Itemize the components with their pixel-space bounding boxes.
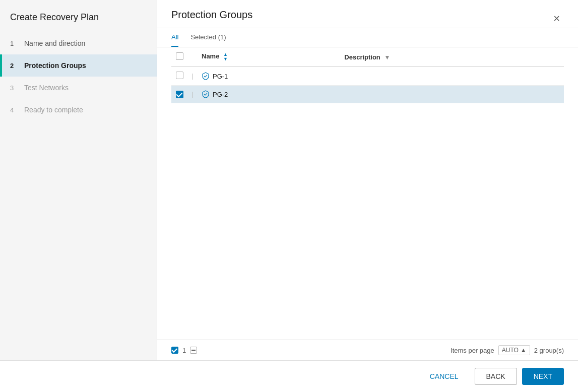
sort-icons-name[interactable]: ▲ ▼ [223, 52, 228, 61]
dialog-body: Create Recovery Plan 1 Name and directio… [0, 0, 578, 360]
cancel-button[interactable]: CANCEL [419, 368, 470, 384]
step-number-3: 3 [10, 84, 19, 92]
section-title: Protection Groups [171, 9, 252, 28]
row-name-1: PG-1 [198, 67, 340, 86]
sidebar-step-4[interactable]: 4 Ready to complete [0, 99, 157, 121]
row-description-2 [340, 86, 564, 103]
tab-selected[interactable]: Selected (1) [190, 28, 226, 47]
items-per-page-label: Items per page [451, 347, 494, 354]
footer-selected-count: 1 [182, 347, 186, 354]
items-per-page-value: AUTO [502, 347, 519, 354]
step-label-1: Name and direction [24, 39, 85, 47]
row-checkbox-cell-1 [171, 67, 187, 86]
chevron-up-icon: ▲ [521, 347, 527, 354]
table-row: | PG-2 [171, 86, 564, 103]
header-drag-cell [187, 47, 198, 67]
row-drag-2: | [187, 86, 198, 103]
row-description-1 [340, 67, 564, 86]
step-label-4: Ready to complete [24, 106, 83, 114]
main-panel: Protection Groups × All Selected (1) [157, 0, 578, 360]
step-number-1: 1 [10, 40, 19, 47]
step-number-2: 2 [10, 62, 19, 70]
create-recovery-plan-dialog: Create Recovery Plan 1 Name and directio… [0, 0, 578, 392]
sidebar-step-1[interactable]: 1 Name and direction [0, 32, 157, 54]
row-checkbox-2[interactable] [176, 91, 183, 98]
sidebar-title: Create Recovery Plan [0, 0, 157, 32]
table-row: | PG-1 [171, 67, 564, 86]
tabs: All Selected (1) [157, 28, 578, 47]
table-footer: 1 Items per page AUTO ▲ 2 group(s) [157, 340, 578, 360]
group-count: 2 group(s) [534, 347, 564, 354]
header-checkbox-cell [171, 47, 187, 67]
table-area: Name ▲ ▼ Description ▼ [157, 47, 578, 340]
sidebar-step-3[interactable]: 3 Test Networks [0, 77, 157, 99]
dialog-footer: CANCEL BACK NEXT [0, 360, 578, 392]
protection-groups-table: Name ▲ ▼ Description ▼ [171, 47, 564, 103]
table-header-row: Name ▲ ▼ Description ▼ [171, 47, 564, 67]
sidebar-steps: 1 Name and direction 2 Protection Groups… [0, 32, 157, 121]
filter-icon-description[interactable]: ▼ [384, 54, 390, 61]
row-checkbox-1[interactable] [176, 72, 183, 79]
row-name-2: PG-2 [198, 86, 340, 103]
sidebar-step-2[interactable]: 2 Protection Groups [0, 54, 157, 77]
tab-all[interactable]: All [171, 28, 178, 47]
shield-icon-1 [202, 72, 210, 80]
header-description: Description ▼ [340, 47, 564, 67]
close-button[interactable]: × [549, 11, 564, 26]
row-name-text-1: PG-1 [213, 73, 228, 80]
footer-checkbox[interactable] [171, 347, 178, 354]
step-number-4: 4 [10, 106, 19, 114]
footer-left: 1 [171, 347, 197, 354]
sidebar: Create Recovery Plan 1 Name and directio… [0, 0, 157, 360]
header-checkbox[interactable] [176, 52, 183, 60]
main-header: Protection Groups × [157, 0, 578, 28]
header-name: Name ▲ ▼ [198, 47, 340, 67]
name-cell-2: PG-2 [202, 90, 336, 98]
shield-icon-2 [202, 90, 210, 98]
row-checkbox-cell-2 [171, 86, 187, 103]
footer-right: Items per page AUTO ▲ 2 group(s) [451, 345, 564, 355]
items-per-page-select[interactable]: AUTO ▲ [498, 345, 530, 355]
step-label-3: Test Networks [24, 84, 69, 92]
back-button[interactable]: BACK [475, 368, 517, 385]
row-drag-1: | [187, 67, 198, 86]
footer-deselect-icon[interactable] [190, 347, 197, 354]
step-label-2: Protection Groups [24, 61, 86, 70]
row-name-text-2: PG-2 [213, 91, 228, 98]
sort-down-icon: ▼ [223, 57, 228, 61]
name-cell-1: PG-1 [202, 72, 336, 80]
next-button[interactable]: NEXT [522, 368, 564, 385]
